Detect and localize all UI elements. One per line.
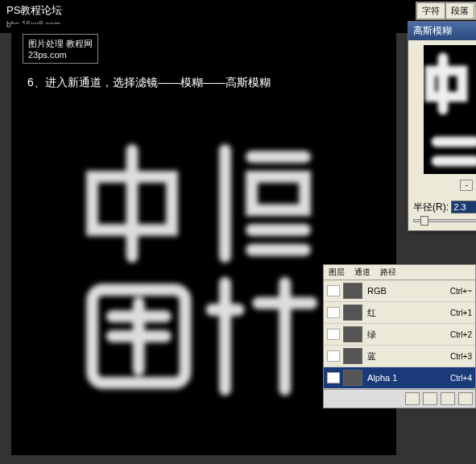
gaussian-blur-dialog: 高斯模糊 - 100% + 半径(R): 像素 <box>408 21 476 231</box>
channel-thumbnail <box>343 326 362 342</box>
tab-layers[interactable]: 图层 <box>324 265 350 280</box>
channel-row[interactable]: ●Alpha 1Ctrl+4 <box>324 367 475 389</box>
new-channel-button[interactable] <box>441 392 455 405</box>
channel-shortcut: Ctrl+1 <box>450 309 472 317</box>
load-selection-button[interactable] <box>405 392 420 405</box>
radius-input[interactable] <box>451 201 476 213</box>
channel-thumbnail <box>343 283 362 299</box>
channel-name: 红 <box>367 307 450 319</box>
channel-shortcut: Ctrl+3 <box>450 352 472 361</box>
channel-row[interactable]: RGBCtrl+~ <box>324 280 475 302</box>
channel-name: 蓝 <box>367 350 450 362</box>
dialog-title: 高斯模糊 <box>408 22 476 40</box>
channel-thumbnail <box>343 370 362 386</box>
channel-row[interactable]: 红Ctrl+1 <box>324 302 475 324</box>
tab-channels[interactable]: 通道 <box>350 265 375 280</box>
watermark-line1: 图片处理 教程网 <box>28 38 93 50</box>
radius-label: 半径(R): <box>413 201 449 213</box>
svg-rect-4 <box>252 177 305 210</box>
visibility-toggle[interactable] <box>327 307 340 318</box>
zoom-controls: - 100% + <box>413 179 476 191</box>
dialog-preview[interactable] <box>424 45 476 174</box>
tab-paragraph[interactable]: 段落 <box>445 2 474 19</box>
instruction-text: 6、进入新通道，选择滤镜——模糊——高斯模糊 <box>27 76 271 90</box>
visibility-toggle[interactable] <box>327 350 340 362</box>
zoom-out-button[interactable]: - <box>460 180 473 191</box>
tab-character[interactable]: 字符 <box>416 2 445 19</box>
save-selection-button[interactable] <box>423 392 437 405</box>
channel-name: 绿 <box>367 329 450 341</box>
channels-panel: 图层 通道 路径 RGBCtrl+~红Ctrl+1绿Ctrl+2蓝Ctrl+3●… <box>323 264 476 408</box>
channel-shortcut: Ctrl+~ <box>450 287 472 296</box>
slider-thumb[interactable] <box>420 216 428 226</box>
channel-shortcut: Ctrl+4 <box>450 374 472 383</box>
visibility-toggle[interactable] <box>327 285 340 296</box>
channel-row[interactable]: 蓝Ctrl+3 <box>324 346 475 367</box>
channels-footer <box>324 389 475 408</box>
seal-text <box>63 137 361 403</box>
delete-channel-button[interactable] <box>458 392 473 405</box>
watermark-box: 图片处理 教程网 23ps.com <box>23 34 98 64</box>
radius-row: 半径(R): 像素 <box>413 201 476 214</box>
visibility-toggle[interactable]: ● <box>327 372 340 383</box>
app-title: PS教程论坛 <box>6 4 62 16</box>
channel-thumbnail <box>343 348 362 364</box>
channel-name: RGB <box>367 286 450 296</box>
channel-name: Alpha 1 <box>367 373 450 383</box>
tab-paths[interactable]: 路径 <box>375 265 401 280</box>
channel-row[interactable]: 绿Ctrl+2 <box>324 324 475 346</box>
channel-thumbnail <box>343 304 362 321</box>
palette-tabs: 字符 段落 <box>416 2 476 20</box>
watermark-line2: 23ps.com <box>28 50 93 60</box>
channel-shortcut: Ctrl+2 <box>450 330 472 339</box>
radius-slider[interactable] <box>413 219 476 222</box>
channels-tabs: 图层 通道 路径 <box>324 265 475 280</box>
visibility-toggle[interactable] <box>327 329 340 340</box>
